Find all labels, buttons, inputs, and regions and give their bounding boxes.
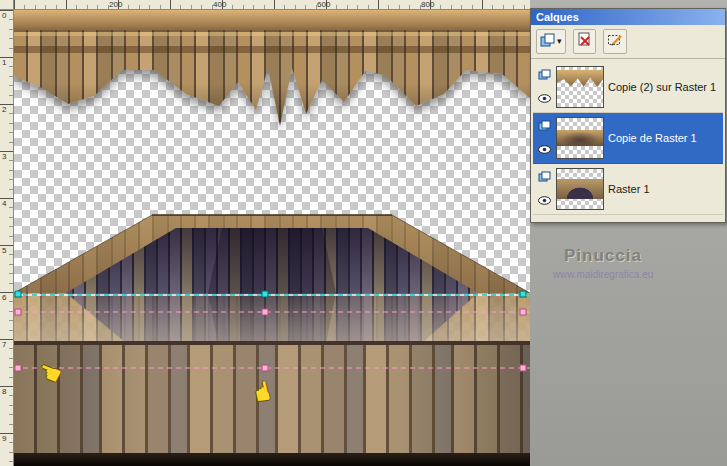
layer-row-selected[interactable]: Copie de Raster 1: [533, 113, 723, 164]
layer-row[interactable]: Copie (2) sur Raster 1: [533, 62, 723, 113]
layer-row[interactable]: Raster 1: [533, 164, 723, 215]
ruler-label: 800: [421, 0, 434, 9]
layer-name: Raster 1: [608, 183, 650, 195]
visibility-eye-icon[interactable]: [538, 140, 551, 158]
ruler-label: 0: [2, 12, 6, 20]
layer-type-icon: [538, 67, 551, 85]
vertical-ruler: [0, 10, 14, 466]
visibility-eye-icon[interactable]: [538, 191, 551, 209]
watermark-url: www.maidiregrafica.eu: [533, 269, 673, 280]
layer-type-icon: [538, 169, 551, 187]
ruler-label: 6: [2, 294, 6, 302]
layer-thumbnail: [556, 168, 604, 210]
ruler-label: 400: [213, 0, 226, 9]
delete-layer-button[interactable]: [573, 29, 596, 54]
ruler-corner: [0, 0, 14, 10]
layer-thumbnail: [556, 117, 604, 159]
floor-planks: [14, 341, 530, 466]
layer-name: Copie (2) sur Raster 1: [608, 81, 716, 93]
ruler-label: 2: [2, 106, 6, 114]
watermark-name: Pinuccia: [533, 246, 673, 266]
ruler-label: 8: [2, 388, 6, 396]
ruler-label: 600: [317, 0, 330, 9]
ruler-major-ticks: [0, 10, 13, 466]
layers-palette-titlebar[interactable]: Calques: [531, 9, 725, 25]
ruler-label: 3: [2, 153, 6, 161]
edit-selection-icon: [607, 32, 623, 51]
layer-thumbnail: [556, 66, 604, 108]
new-layer-button[interactable]: ▾: [536, 29, 566, 54]
ruler-major-ticks: [14, 0, 530, 9]
ruler-label: 4: [2, 200, 6, 208]
layer-type-icon: [538, 118, 551, 136]
chevron-down-icon: ▾: [557, 37, 562, 46]
ruler-label: 5: [2, 247, 6, 255]
delete-layer-icon: [577, 32, 592, 51]
layers-palette: Calques ▾: [530, 8, 726, 223]
layers-palette-toolbar: ▾: [531, 25, 725, 59]
visibility-eye-icon[interactable]: [538, 89, 551, 107]
ruler-label: 200: [109, 0, 122, 9]
watermark: Pinuccia www.maidiregrafica.eu: [533, 246, 673, 280]
layer-name: Copie de Raster 1: [608, 132, 697, 144]
reflection-band: [14, 293, 530, 343]
layer-list: Copie (2) sur Raster 1: [531, 59, 725, 222]
new-layer-icon: [540, 33, 555, 51]
ruler-label: 9: [2, 435, 6, 443]
app-window: 200 400 600 800 0 1 2 3 4 5 6 7 8 9: [0, 0, 727, 466]
ruler-label: 7: [2, 341, 6, 349]
edit-selection-button[interactable]: [603, 29, 627, 54]
ruler-label: 1: [2, 59, 6, 67]
horizontal-ruler: 200 400 600 800: [14, 0, 530, 10]
layers-palette-title: Calques: [536, 11, 579, 23]
